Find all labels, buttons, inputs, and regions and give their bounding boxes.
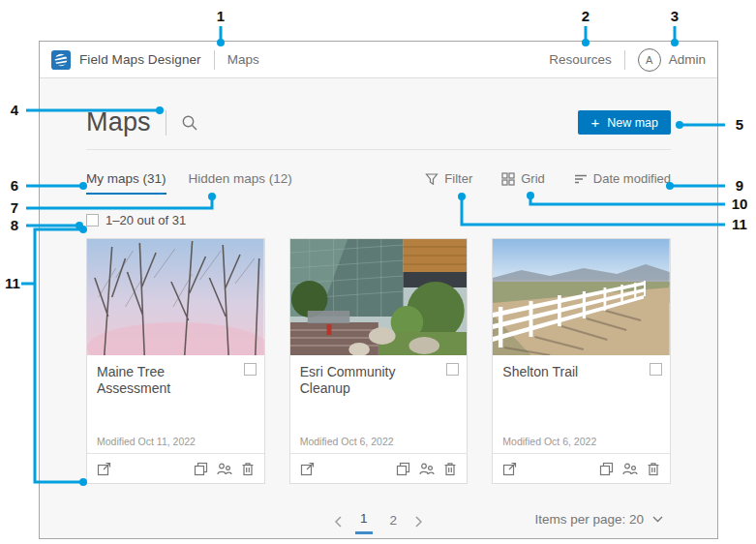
- open-map-icon[interactable]: [97, 462, 111, 476]
- items-per-page-select[interactable]: Items per page: 20: [534, 512, 663, 527]
- card-body: Maine Tree Assessment Modified Oct 11, 2…: [87, 355, 264, 453]
- map-card[interactable]: Esri Community Cleanup Modified Oct 6, 2…: [289, 238, 469, 484]
- card-actions: [194, 462, 255, 476]
- delete-icon[interactable]: [647, 462, 660, 476]
- card-thumbnail-trees: [87, 239, 264, 355]
- open-map-icon[interactable]: [502, 462, 517, 476]
- new-map-label: New map: [607, 116, 658, 130]
- nav-maps[interactable]: Maps: [227, 52, 259, 67]
- previous-page-icon[interactable]: [334, 516, 343, 528]
- card-title: Maine Tree Assessment: [97, 364, 256, 397]
- chevron-down-icon: [652, 516, 663, 523]
- duplicate-icon[interactable]: [599, 462, 614, 476]
- callout-label-5: 5: [727, 116, 752, 133]
- user-menu[interactable]: Admin: [669, 52, 706, 67]
- items-per-page-label: Items per page: 20: [534, 512, 644, 527]
- tab-my-maps[interactable]: My maps (31): [86, 171, 166, 195]
- callout-label-1: 1: [208, 8, 233, 24]
- title-row: Maps + New map: [86, 107, 671, 137]
- callout-label-3: 3: [662, 8, 687, 24]
- card-footer: [87, 453, 264, 483]
- title-divider: [166, 110, 166, 136]
- select-all-checkbox[interactable]: [86, 214, 99, 227]
- callout-label-7: 7: [2, 199, 27, 216]
- header-divider-2: [624, 50, 625, 70]
- card-modified: Modified Oct 6, 2022: [502, 436, 661, 447]
- sort-button[interactable]: Date modified: [574, 171, 671, 186]
- open-map-icon[interactable]: [300, 462, 315, 476]
- card-body: Shelton Trail Modified Oct 6, 2022: [493, 355, 670, 453]
- avatar[interactable]: A: [638, 48, 661, 72]
- range-label: 1–20 out of 31: [106, 213, 186, 227]
- callout-label-11-right: 11: [727, 216, 752, 232]
- callout-label-8: 8: [2, 217, 27, 233]
- filter-button[interactable]: Filter: [425, 171, 472, 186]
- app-window: Field Maps Designer Maps Resources A Adm…: [39, 41, 718, 539]
- app-header: Field Maps Designer Maps Resources A Adm…: [40, 42, 717, 78]
- sort-icon: [574, 172, 588, 186]
- share-group-icon[interactable]: [217, 462, 232, 476]
- card-thumbnail-campus: [290, 239, 468, 355]
- share-group-icon[interactable]: [419, 462, 435, 476]
- card-actions: [599, 462, 660, 476]
- new-map-button[interactable]: + New map: [578, 110, 671, 135]
- nav-resources[interactable]: Resources: [549, 52, 612, 67]
- title-rule: [86, 149, 671, 150]
- map-card[interactable]: Shelton Trail Modified Oct 6, 2022: [492, 238, 671, 484]
- select-all-row: 1–20 out of 31: [86, 213, 671, 227]
- duplicate-icon[interactable]: [396, 462, 410, 476]
- grid-view-button[interactable]: Grid: [501, 171, 545, 186]
- main-content: Maps + New map My maps (31) Hidden maps …: [40, 107, 717, 538]
- callout-label-9: 9: [727, 177, 752, 194]
- esri-logo: [51, 50, 71, 70]
- page-title: Maps: [86, 107, 151, 137]
- share-group-icon[interactable]: [622, 462, 638, 476]
- card-title: Esri Community Cleanup: [300, 364, 459, 397]
- next-page-icon[interactable]: [414, 516, 423, 528]
- card-title: Shelton Trail: [502, 364, 661, 380]
- duplicate-icon[interactable]: [194, 462, 208, 476]
- callout-label-2: 2: [573, 8, 598, 24]
- card-footer: [290, 453, 468, 483]
- tab-hidden-maps[interactable]: Hidden maps (12): [189, 171, 292, 193]
- card-footer: [493, 453, 670, 483]
- grid-label: Grid: [521, 171, 545, 186]
- search-icon: [181, 114, 198, 132]
- app-title: Field Maps Designer: [79, 52, 201, 67]
- card-modified: Modified Oct 11, 2022: [97, 436, 256, 447]
- pagination-row: 1 2 Items per page: 20: [86, 509, 671, 538]
- search-button[interactable]: [181, 114, 198, 132]
- plus-icon: +: [590, 115, 599, 130]
- sort-label: Date modified: [593, 171, 671, 186]
- tabs-row: My maps (31) Hidden maps (12) Filter Gri…: [86, 171, 671, 195]
- card-thumbnail-trail: [493, 239, 670, 355]
- view-controls: Filter Grid Date modified: [425, 171, 671, 186]
- card-actions: [396, 462, 457, 476]
- callout-label-11-left: 11: [0, 275, 25, 291]
- delete-icon[interactable]: [241, 462, 255, 476]
- map-card[interactable]: Maine Tree Assessment Modified Oct 11, 2…: [86, 238, 265, 484]
- card-checkbox[interactable]: [446, 363, 459, 376]
- callout-label-6: 6: [2, 177, 27, 194]
- header-divider: [214, 50, 215, 70]
- delete-icon[interactable]: [443, 462, 457, 476]
- callout-label-4: 4: [2, 102, 27, 118]
- card-grid: Maine Tree Assessment Modified Oct 11, 2…: [86, 238, 671, 484]
- filter-label: Filter: [444, 171, 472, 186]
- card-modified: Modified Oct 6, 2022: [300, 436, 459, 447]
- grid-icon: [501, 172, 515, 186]
- page-button-2[interactable]: 2: [385, 511, 403, 533]
- callout-label-10: 10: [727, 196, 752, 212]
- filter-icon: [425, 172, 438, 186]
- card-checkbox[interactable]: [244, 363, 257, 376]
- page-button-1[interactable]: 1: [355, 509, 373, 534]
- pager: 1 2: [334, 509, 423, 534]
- card-checkbox[interactable]: [650, 363, 662, 376]
- card-body: Esri Community Cleanup Modified Oct 6, 2…: [290, 355, 468, 453]
